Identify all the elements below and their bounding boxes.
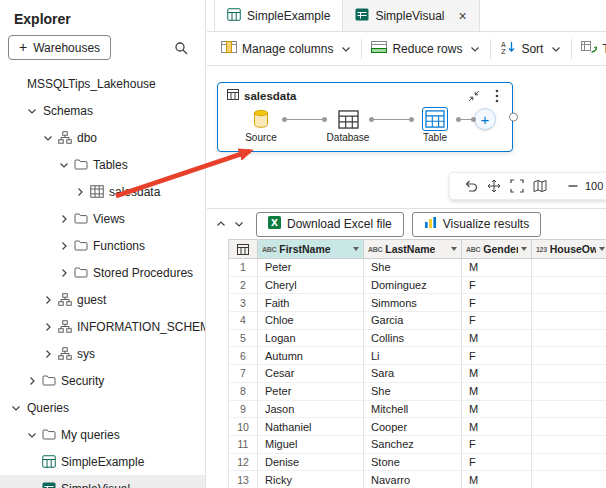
filter-dropdown-icon[interactable] [353,247,359,251]
cell[interactable]: Faith [258,294,364,312]
row-number[interactable]: 11 [228,436,258,454]
tree-item-sys[interactable]: sys [0,340,205,367]
chevron-right-icon[interactable] [72,184,88,200]
cell[interactable]: Autumn [258,347,364,365]
cell[interactable] [532,259,606,277]
reduce-rows-menu[interactable]: Reduce rows [366,36,486,61]
close-tab-icon[interactable]: × [459,9,467,23]
collapse-card-icon[interactable] [467,89,481,103]
cell[interactable]: M [462,330,532,348]
cell[interactable]: Garcia [364,312,462,330]
cell[interactable]: Cesar [258,365,364,383]
row-number[interactable]: 1 [228,259,258,277]
tree-item-schemas[interactable]: Schemas [0,97,205,124]
cell[interactable]: Sanchez [364,436,462,454]
cell[interactable]: Ricky [258,471,364,488]
chevron-down-icon[interactable] [24,103,40,119]
cell[interactable]: Dominguez [364,277,462,295]
filter-dropdown-icon[interactable] [521,247,527,251]
tab-simplevisual[interactable]: SimpleVisual× [342,0,479,31]
tree-item-simplevisual[interactable]: SimpleVisual [0,475,205,488]
step-source[interactable]: Source [238,107,284,143]
cell[interactable]: Logan [258,330,364,348]
filter-dropdown-icon[interactable] [451,247,457,251]
row-number[interactable]: 3 [228,294,258,312]
collapse-pane-icon[interactable] [212,215,230,233]
query-card-salesdata[interactable]: salesdata Source Database [217,82,513,152]
chevron-right-icon[interactable] [56,211,72,227]
tree-item-mssqltips-lakehouse[interactable]: MSSQLTips_Lakehouse [0,70,205,97]
row-number[interactable]: 2 [228,277,258,295]
cell[interactable]: Peter [258,259,364,277]
cell[interactable] [532,401,606,419]
cell[interactable]: She [364,383,462,401]
cell[interactable] [532,294,606,312]
manage-columns-menu[interactable]: Manage columns [216,36,357,61]
chevron-down-icon[interactable] [40,130,56,146]
cell[interactable]: F [462,277,532,295]
select-all-cell[interactable] [228,239,258,259]
step-table[interactable]: Table [412,107,458,143]
tree-item-salesdata[interactable]: salesdata [0,178,205,205]
row-number[interactable]: 5 [228,330,258,348]
cell[interactable]: Mitchell [364,401,462,419]
tree-item-simpleexample[interactable]: SimpleExample [0,448,205,475]
tree-item-queries[interactable]: Queries [0,394,205,421]
cell[interactable] [532,454,606,472]
minimap-icon[interactable] [529,176,550,197]
cell[interactable]: F [462,347,532,365]
cell[interactable]: M [462,401,532,419]
cell[interactable] [532,330,606,348]
sort-menu[interactable]: AZSort [495,36,567,61]
cell[interactable]: Sara [364,365,462,383]
visualize-results-button[interactable]: Visualize results [412,212,541,237]
tree-item-security[interactable]: Security [0,367,205,394]
row-number[interactable]: 12 [228,454,258,472]
tree-item-dbo[interactable]: dbo [0,124,205,151]
chevron-right-icon[interactable] [40,319,56,335]
cell[interactable]: F [462,454,532,472]
add-step-button[interactable]: + [474,108,496,130]
search-icon[interactable] [171,38,191,58]
output-port-handle[interactable] [509,113,518,122]
cell[interactable] [532,418,606,436]
download-excel-button[interactable]: X Download Excel file [256,212,404,237]
cell[interactable]: M [462,471,532,488]
chevron-right-icon[interactable] [56,265,72,281]
fit-view-icon[interactable] [506,176,527,197]
cell[interactable]: Stone [364,454,462,472]
cell[interactable]: Li [364,347,462,365]
cell[interactable]: F [462,436,532,454]
cell[interactable]: Cheryl [258,277,364,295]
tree-item-my-queries[interactable]: My queries [0,421,205,448]
cell[interactable]: F [462,312,532,330]
row-number[interactable]: 6 [228,347,258,365]
step-database[interactable]: Database [325,107,371,143]
cell[interactable]: Navarro [364,471,462,488]
cell[interactable]: M [462,365,532,383]
cell[interactable] [532,383,606,401]
cell[interactable]: She [364,259,462,277]
row-number[interactable]: 10 [228,418,258,436]
pan-icon[interactable] [483,176,504,197]
cell[interactable]: F [462,294,532,312]
cell[interactable]: Jason [258,401,364,419]
transform-menu[interactable]: Transform [576,36,606,61]
cell[interactable]: Nathaniel [258,418,364,436]
tab-simpleexample[interactable]: SimpleExample [214,0,342,31]
tree-item-information-schema[interactable]: INFORMATION_SCHEMA [0,313,205,340]
row-number[interactable]: 8 [228,383,258,401]
cell[interactable]: Miguel [258,436,364,454]
tree-item-functions[interactable]: Functions [0,232,205,259]
more-options-icon[interactable] [490,89,504,103]
expand-pane-icon[interactable] [230,215,248,233]
chevron-down-icon[interactable] [24,427,40,443]
tree-item-tables[interactable]: Tables [0,151,205,178]
cell[interactable]: Cooper [364,418,462,436]
cell[interactable] [532,365,606,383]
cell[interactable]: Chloe [258,312,364,330]
chevron-right-icon[interactable] [40,346,56,362]
undo-icon[interactable] [460,176,481,197]
column-header-lastname[interactable]: ABCLastName [364,239,462,259]
cell[interactable] [532,312,606,330]
